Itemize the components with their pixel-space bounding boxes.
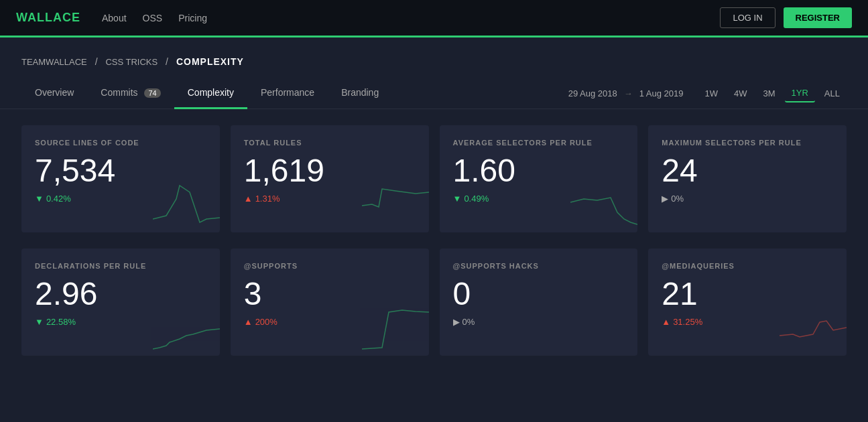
card-label-decl: DECLARATIONS PER RULE bbox=[35, 262, 206, 270]
tab-commits[interactable]: Commits 74 bbox=[87, 78, 174, 109]
brand-logo[interactable]: WALLACE bbox=[16, 11, 80, 25]
arrow-down-icon3: ▼ bbox=[35, 317, 44, 327]
tab-complexity[interactable]: Complexity bbox=[174, 78, 247, 109]
nav-pricing[interactable]: Pricing bbox=[178, 13, 207, 23]
card-avg-selectors: AVERAGE SELECTORS PER RULE 1.60 ▼ 0.49% bbox=[440, 125, 638, 232]
card-change-max-sel: ▶ 0% bbox=[662, 194, 833, 204]
date-arrow: → bbox=[624, 88, 633, 98]
tabs: Overview Commits 74 Complexity Performan… bbox=[21, 78, 568, 109]
breadcrumb-current: COMPLEXITY bbox=[176, 56, 244, 67]
tabs-container: Overview Commits 74 Complexity Performan… bbox=[0, 78, 868, 109]
card-label-max-sel: MAXIMUM SELECTORS PER RULE bbox=[662, 139, 833, 147]
nav-oss[interactable]: OSS bbox=[143, 13, 163, 23]
date-range: 29 Aug 2018 → 1 Aug 2019 1W 4W 3M 1YR AL… bbox=[568, 84, 847, 102]
card-label-hacks: @SUPPORTS HACKS bbox=[453, 262, 625, 270]
tab-branding[interactable]: Branding bbox=[328, 78, 392, 109]
card-label-rules: TOTAL RULES bbox=[244, 139, 416, 147]
breadcrumb-repo[interactable]: CSS TRICKS bbox=[105, 57, 158, 67]
time-all[interactable]: ALL bbox=[818, 84, 847, 102]
sparkline-decl bbox=[153, 302, 220, 356]
card-declarations: DECLARATIONS PER RULE 2.96 ▼ 22.58% bbox=[21, 249, 220, 356]
arrow-up-icon3: ▲ bbox=[662, 317, 670, 327]
card-value-max-sel: 24 bbox=[662, 155, 833, 187]
arrow-right-icon: ▶ bbox=[662, 194, 668, 204]
cards-row2: DECLARATIONS PER RULE 2.96 ▼ 22.58% @SUP… bbox=[0, 249, 868, 372]
register-button[interactable]: REGISTER bbox=[784, 7, 852, 28]
arrow-up-icon: ▲ bbox=[244, 194, 253, 204]
commits-badge: 74 bbox=[144, 88, 160, 98]
breadcrumb: TEAMWALLACE / CSS TRICKS / COMPLEXITY bbox=[0, 38, 868, 78]
card-max-selectors: MAXIMUM SELECTORS PER RULE 24 ▶ 0% bbox=[648, 125, 847, 232]
cards-row1: SOURCE LINES OF CODE 7,534 ▼ 0.42% TOTAL… bbox=[0, 109, 868, 249]
arrow-up-icon2: ▲ bbox=[244, 317, 253, 327]
card-mediaqueries: @MEDIAQUERIES 21 ▲ 31.25% bbox=[648, 249, 847, 356]
time-1yr[interactable]: 1YR bbox=[785, 84, 815, 102]
arrow-down-icon: ▼ bbox=[35, 194, 44, 204]
time-1w[interactable]: 1W bbox=[698, 84, 725, 102]
date-from: 29 Aug 2018 bbox=[568, 88, 617, 98]
time-3m[interactable]: 3M bbox=[757, 84, 782, 102]
time-4w[interactable]: 4W bbox=[727, 84, 754, 102]
card-supports-hacks: @SUPPORTS HACKS 0 ▶ 0% bbox=[440, 249, 638, 356]
card-label-avg-sel: AVERAGE SELECTORS PER RULE bbox=[453, 139, 625, 147]
arrow-down-icon2: ▼ bbox=[453, 194, 462, 204]
nav-about[interactable]: About bbox=[102, 13, 127, 23]
navbar: WALLACE About OSS Pricing LOG IN REGISTE… bbox=[0, 0, 868, 38]
tab-performance[interactable]: Performance bbox=[247, 78, 328, 109]
breadcrumb-sep2: / bbox=[166, 56, 171, 67]
sparkline-avg-sel bbox=[570, 179, 637, 232]
tab-overview[interactable]: Overview bbox=[21, 78, 87, 109]
sparkline-rules bbox=[362, 179, 429, 232]
card-supports: @SUPPORTS 3 ▲ 200% bbox=[231, 249, 429, 356]
arrow-right-icon2: ▶ bbox=[453, 317, 460, 327]
date-to: 1 Aug 2019 bbox=[639, 88, 684, 98]
sparkline-mq bbox=[780, 302, 847, 356]
time-buttons: 1W 4W 3M 1YR ALL bbox=[698, 84, 847, 102]
breadcrumb-sep1: / bbox=[95, 56, 101, 67]
card-value-hacks: 0 bbox=[453, 278, 625, 310]
card-label-mq: @MEDIAQUERIES bbox=[662, 262, 833, 270]
card-label-supports: @SUPPORTS bbox=[244, 262, 416, 270]
card-label-sloc: SOURCE LINES OF CODE bbox=[35, 139, 206, 147]
breadcrumb-org[interactable]: TEAMWALLACE bbox=[21, 57, 87, 67]
card-total-rules: TOTAL RULES 1,619 ▲ 1.31% bbox=[231, 125, 429, 232]
sparkline-supports bbox=[362, 302, 429, 356]
login-button[interactable]: LOG IN bbox=[720, 7, 775, 28]
sparkline-sloc bbox=[153, 179, 220, 232]
card-change-hacks: ▶ 0% bbox=[453, 317, 625, 327]
card-source-lines: SOURCE LINES OF CODE 7,534 ▼ 0.42% bbox=[21, 125, 220, 232]
